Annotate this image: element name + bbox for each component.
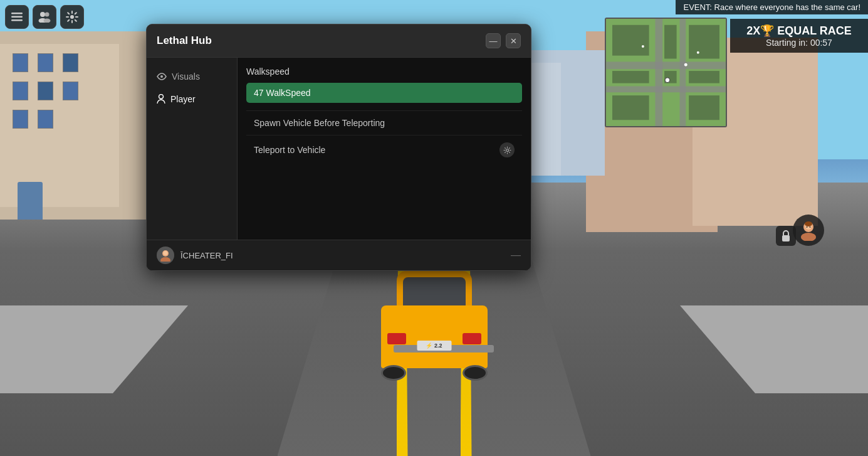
taxi-left-taillight bbox=[387, 333, 406, 344]
person-icon bbox=[157, 94, 165, 104]
settings-icon-button[interactable] bbox=[60, 5, 84, 29]
window bbox=[38, 110, 53, 129]
svg-point-3 bbox=[40, 12, 45, 17]
taxi-license-plate: ⚡ 2.2 bbox=[417, 341, 451, 351]
svg-point-36 bbox=[160, 257, 170, 262]
svg-point-24 bbox=[642, 45, 644, 48]
svg-point-29 bbox=[805, 221, 812, 226]
lock-icon bbox=[781, 230, 791, 242]
modal-content-area: Walkspeed Spawn Vehicle Before Teleporti… bbox=[238, 58, 531, 240]
svg-rect-19 bbox=[689, 71, 719, 83]
modal-sidebar: Visuals Player bbox=[147, 58, 238, 240]
svg-rect-25 bbox=[782, 235, 790, 241]
teleport-vehicle-option[interactable]: Teleport to Vehicle bbox=[246, 135, 522, 164]
players-icon bbox=[38, 11, 51, 23]
doorway-left bbox=[18, 182, 43, 220]
event-banner: EVENT: Race where everyone has the same … bbox=[676, 0, 868, 14]
close-button[interactable]: ✕ bbox=[506, 33, 521, 48]
taxi-wheel-right bbox=[463, 365, 488, 381]
svg-point-22 bbox=[684, 63, 688, 66]
spawn-vehicle-option[interactable]: Spawn Vehicle Before Teleporting bbox=[246, 110, 522, 135]
taxi-body: ⚡ 2.2 bbox=[381, 305, 488, 368]
footer-avatar bbox=[157, 247, 174, 264]
svg-rect-18 bbox=[689, 25, 719, 59]
players-icon-button[interactable] bbox=[33, 5, 56, 29]
svg-rect-10 bbox=[655, 19, 662, 126]
svg-rect-15 bbox=[612, 95, 649, 120]
window bbox=[13, 53, 28, 72]
svg-rect-1 bbox=[11, 16, 23, 18]
svg-rect-12 bbox=[606, 86, 726, 92]
svg-rect-16 bbox=[664, 25, 677, 59]
footer-dash: — bbox=[511, 250, 521, 261]
settings-icon bbox=[66, 11, 78, 23]
svg-rect-14 bbox=[612, 71, 649, 83]
svg-point-21 bbox=[665, 78, 670, 83]
sidebar-visuals-label: Visuals bbox=[172, 72, 200, 82]
svg-rect-13 bbox=[612, 25, 649, 56]
footer-username: ĪCHEATER_FI bbox=[180, 251, 233, 260]
modal-body: Visuals Player Walkspeed Spawn Vehicle B… bbox=[147, 58, 531, 240]
eye-icon bbox=[157, 73, 167, 80]
window bbox=[13, 110, 28, 129]
event-timer: Starting in: 00:57 bbox=[740, 38, 858, 48]
svg-point-33 bbox=[159, 95, 164, 99]
svg-rect-2 bbox=[11, 19, 23, 21]
sidebar-item-player[interactable]: Player bbox=[147, 88, 237, 110]
window bbox=[63, 53, 78, 72]
walkspeed-label: Walkspeed bbox=[246, 66, 522, 77]
svg-point-7 bbox=[70, 15, 74, 19]
minimap-svg bbox=[606, 19, 726, 126]
modal-title: Lethal Hub bbox=[157, 34, 212, 47]
svg-point-37 bbox=[164, 251, 168, 255]
teleport-vehicle-label: Teleport to Vehicle bbox=[254, 145, 325, 155]
teleport-settings-icon[interactable] bbox=[499, 142, 515, 157]
svg-rect-20 bbox=[689, 95, 719, 120]
taxi-windshield bbox=[403, 277, 466, 309]
avatar-container[interactable] bbox=[793, 215, 824, 246]
svg-rect-0 bbox=[11, 13, 23, 14]
svg-point-31 bbox=[810, 226, 811, 228]
modal: Lethal Hub — ✕ Visuals bbox=[146, 24, 531, 271]
modal-titlebar: Lethal Hub — ✕ bbox=[147, 24, 531, 58]
window bbox=[63, 82, 78, 100]
modal-controls: — ✕ bbox=[486, 33, 521, 48]
svg-point-30 bbox=[807, 226, 808, 228]
event-title: 2X🏆 EQUAL RACE bbox=[740, 24, 858, 38]
svg-point-4 bbox=[45, 13, 50, 17]
svg-point-34 bbox=[506, 149, 508, 151]
gear-icon bbox=[503, 146, 511, 154]
window bbox=[38, 53, 53, 72]
footer-avatar-icon bbox=[159, 249, 172, 262]
minimize-button[interactable]: — bbox=[486, 33, 501, 48]
minimap bbox=[605, 18, 727, 127]
svg-point-27 bbox=[801, 233, 816, 241]
sidebar-player-label: Player bbox=[170, 94, 196, 104]
spawn-vehicle-label: Spawn Vehicle Before Teleporting bbox=[254, 118, 385, 128]
svg-point-23 bbox=[697, 51, 699, 54]
menu-icon-button[interactable] bbox=[5, 5, 29, 29]
svg-point-32 bbox=[160, 75, 163, 78]
svg-rect-9 bbox=[606, 61, 726, 69]
top-left-ui bbox=[5, 5, 84, 29]
menu-icon bbox=[11, 13, 23, 21]
avatar-icon bbox=[798, 220, 819, 241]
modal-footer: ĪCHEATER_FI — bbox=[147, 240, 531, 270]
window bbox=[38, 82, 53, 100]
taxi-right-taillight bbox=[463, 333, 481, 344]
sidebar-item-visuals[interactable]: Visuals bbox=[147, 65, 237, 88]
window bbox=[13, 82, 28, 100]
svg-rect-11 bbox=[679, 19, 686, 126]
event-box: 2X🏆 EQUAL RACE Starting in: 00:57 bbox=[730, 19, 868, 53]
walkspeed-input[interactable] bbox=[246, 83, 522, 103]
taxi-wheel-left bbox=[381, 365, 406, 381]
